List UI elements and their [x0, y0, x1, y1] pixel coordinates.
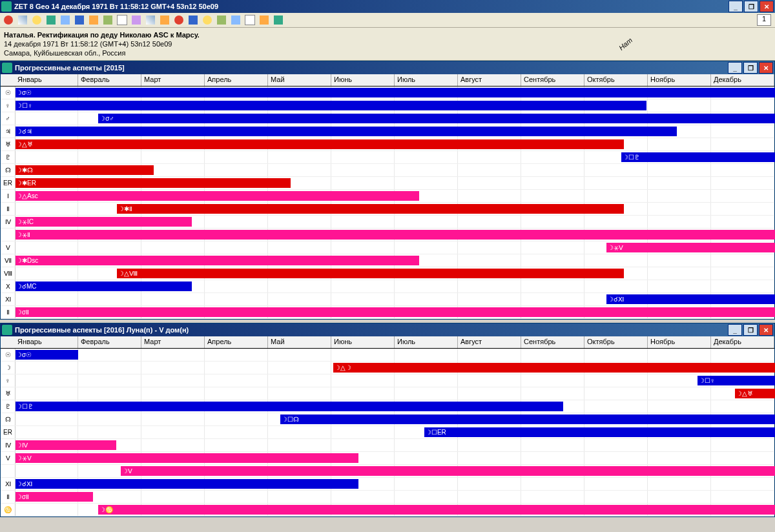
month-cell: Июнь [331, 74, 395, 86]
aspect-bar[interactable] [15, 453, 358, 463]
aspect-bar-label: ☽σⅡ [15, 307, 30, 317]
toolbar-pen-icon[interactable] [130, 14, 143, 26]
aspect-bar[interactable] [15, 191, 419, 201]
aspect-bar[interactable] [15, 101, 646, 110]
aspect-bar-label: ☽σⅡ [15, 492, 30, 502]
toolbar-list-icon[interactable] [101, 14, 114, 26]
aspect-bar[interactable] [121, 466, 775, 476]
panel-icon [2, 63, 12, 73]
toolbar-sun-icon[interactable] [2, 14, 15, 26]
aspect-bar[interactable] [15, 139, 624, 149]
month-header: ЯнварьФевральМартАпрельМайИюньИюльАвгуст… [1, 74, 774, 87]
planet-label: Ⅱ [1, 203, 16, 215]
toolbar-chart-icon[interactable] [187, 14, 200, 26]
aspect-row: Ⅹ☽☌MC [1, 280, 774, 293]
panel-maximize-button[interactable]: ❐ [743, 62, 758, 74]
aspect-bar[interactable] [15, 178, 291, 188]
aspect-bar[interactable] [15, 281, 192, 291]
page-number-box[interactable]: 1 [757, 14, 771, 26]
aspect-bar-label: ☽☐♇ [621, 152, 641, 162]
aspect-bar[interactable] [606, 294, 775, 304]
planet-label: Ⅳ [1, 439, 16, 451]
panel-minimize-button[interactable]: _ [728, 324, 742, 336]
timeline-2016[interactable]: ЯнварьФевральМартАпрельМайИюньИюльАвгуст… [1, 336, 774, 517]
toolbar-ring-icon[interactable] [30, 14, 43, 26]
aspect-bar-label: ☽△Ⅷ [117, 269, 139, 278]
planet-label: Ⅴ [1, 452, 16, 464]
planet-label: ☉ [1, 87, 16, 99]
aspect-bar[interactable] [15, 88, 775, 97]
toolbar-star-icon[interactable] [59, 14, 72, 26]
aspect-bar-label: ☽Ⅴ [121, 466, 134, 476]
aspect-row: Ⅶ☽✱Dsc [1, 254, 774, 267]
toolbar-grid2-icon[interactable] [158, 14, 171, 26]
aspect-bar[interactable] [621, 152, 775, 162]
aspect-bar-label: ☽☐♀ [15, 101, 34, 110]
aspect-bar[interactable] [280, 414, 775, 424]
panel-close-button[interactable]: ✕ [759, 324, 773, 336]
aspect-bar-label: ☽✱☊ [15, 165, 34, 175]
toolbar-book-icon[interactable] [229, 14, 242, 26]
aspect-bar[interactable] [15, 230, 775, 240]
aspect-bar-label: ☽☐☊ [280, 414, 300, 424]
aspect-row: ☊☽✱☊ [1, 164, 774, 177]
toolbar-flag-icon[interactable] [73, 14, 86, 26]
toolbar-page-icon[interactable] [144, 14, 157, 26]
main-titlebar: ZET 8 Geo 14 декабря 1971 Вт 11:58:12 GM… [0, 0, 775, 13]
toolbar-person-icon[interactable] [258, 14, 271, 26]
month-cell: Май [268, 74, 331, 86]
aspect-bar-label: ☽☌Ⅺ [15, 479, 34, 489]
toolbar-graph-icon[interactable] [272, 14, 285, 26]
panel-minimize-button[interactable]: _ [728, 62, 742, 74]
toolbar-tools-icon[interactable] [243, 14, 256, 26]
planet-label: ♅ [1, 387, 16, 400]
aspect-bar-label: ☽♋ [98, 505, 114, 515]
aspect-bar[interactable] [15, 307, 775, 317]
aspect-row: Ⅱ☽σⅡ [1, 491, 774, 504]
month-cell: Июль [395, 74, 458, 86]
panel-close-button[interactable]: ✕ [759, 62, 773, 74]
aspect-bar[interactable] [15, 440, 116, 450]
aspect-bar[interactable] [117, 204, 624, 214]
close-button[interactable]: ✕ [760, 1, 774, 12]
aspect-bar[interactable] [15, 479, 358, 489]
minimize-button[interactable]: _ [728, 1, 743, 12]
month-cell: Август [458, 74, 521, 86]
month-cell: Ноябрь [648, 74, 711, 86]
main-toolbar: 1 [0, 13, 775, 28]
aspect-row: ER☽☐ER [1, 426, 774, 439]
aspect-bar-label: ☽Ⅳ [15, 440, 29, 450]
aspect-bar[interactable] [606, 243, 775, 252]
toolbar-notes-icon[interactable] [201, 14, 214, 26]
aspect-bar[interactable] [15, 256, 419, 265]
month-cell: Декабрь [711, 74, 774, 86]
aspect-bar[interactable] [117, 269, 624, 278]
panel-2015-title: Прогрессивные аспекты [2015] [15, 64, 125, 72]
month-cell: Июнь [331, 336, 395, 348]
maximize-button[interactable]: ❐ [744, 1, 758, 12]
aspect-bar[interactable] [424, 427, 775, 437]
aspect-bar-label: ☽σ♂ [98, 114, 116, 123]
toolbar-clock-icon[interactable] [215, 14, 228, 26]
aspect-bar[interactable] [98, 505, 775, 515]
timeline-2015[interactable]: ЯнварьФевральМартАпрельМайИюньИюльАвгуст… [1, 74, 774, 319]
toolbar-target-icon[interactable] [172, 14, 185, 26]
toolbar-table-icon[interactable] [45, 14, 57, 26]
aspect-row: ☽Ⅴ [1, 465, 774, 478]
aspect-row: ♂☽σ♂ [1, 112, 774, 125]
header-date-line: 14 декабря 1971 Вт 11:58:12 (GMT+4) 53n1… [4, 39, 771, 48]
aspect-bar[interactable] [15, 402, 563, 411]
toolbar-calendar-icon[interactable] [16, 14, 29, 26]
toolbar-arc-icon[interactable] [116, 14, 129, 26]
aspect-bar[interactable] [98, 114, 775, 123]
aspect-bar-label: ☽✱ER [15, 178, 37, 188]
aspect-row: Ⅺ☽☌Ⅺ [1, 478, 774, 491]
aspect-bar[interactable] [15, 165, 154, 175]
aspect-row: ☊☽☐☊ [1, 413, 774, 426]
planet-label: Ⅰ [1, 190, 16, 202]
aspect-bar[interactable] [15, 127, 677, 136]
aspect-bar[interactable] [15, 217, 192, 227]
aspect-bar[interactable] [333, 363, 775, 373]
toolbar-grid-icon[interactable] [87, 14, 100, 26]
panel-maximize-button[interactable]: ❐ [743, 324, 758, 336]
